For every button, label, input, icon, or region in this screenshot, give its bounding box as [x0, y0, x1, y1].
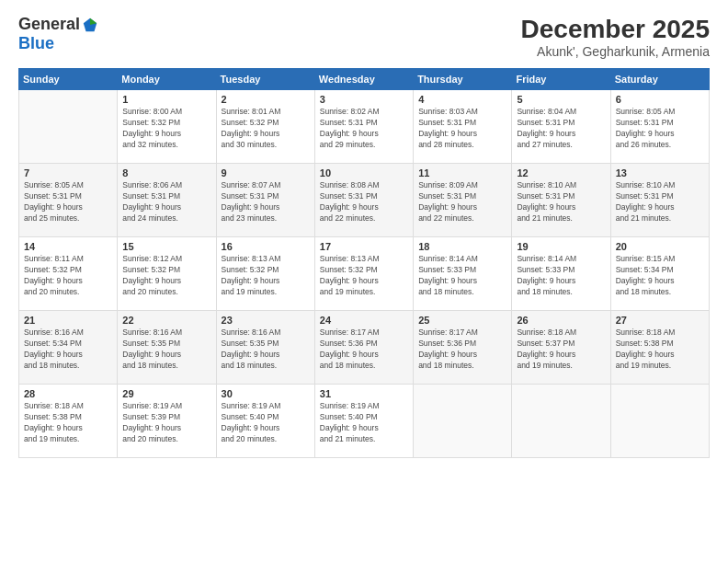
day-info-line: and 29 minutes. [320, 140, 408, 151]
day-info-line: Sunrise: 8:12 AM [122, 254, 210, 265]
day-info-line: Sunrise: 8:04 AM [517, 107, 605, 118]
day-info-line: and 19 minutes. [24, 434, 112, 445]
day-info-line: Sunrise: 8:05 AM [24, 180, 112, 191]
calendar-cell: 31Sunrise: 8:19 AMSunset: 5:40 PMDayligh… [314, 385, 413, 458]
day-number: 1 [122, 94, 210, 105]
day-info-line: Sunrise: 8:01 AM [222, 107, 310, 118]
calendar-week-row: 14Sunrise: 8:11 AMSunset: 5:32 PMDayligh… [19, 237, 710, 311]
calendar-week-row: 7Sunrise: 8:05 AMSunset: 5:31 PMDaylight… [19, 164, 710, 237]
day-info-line: and 19 minutes. [222, 287, 310, 298]
day-info: Sunrise: 8:07 AMSunset: 5:31 PMDaylight:… [222, 180, 310, 224]
day-number: 22 [122, 315, 210, 326]
day-info: Sunrise: 8:02 AMSunset: 5:31 PMDaylight:… [320, 107, 408, 151]
day-info-line: Sunset: 5:35 PM [122, 339, 210, 350]
day-info-line: and 21 minutes. [517, 213, 605, 224]
calendar-cell: 16Sunrise: 8:13 AMSunset: 5:32 PMDayligh… [216, 237, 314, 311]
day-number: 24 [320, 315, 408, 326]
day-info: Sunrise: 8:11 AMSunset: 5:32 PMDaylight:… [24, 254, 112, 298]
day-number: 3 [320, 94, 408, 105]
day-number: 8 [122, 167, 210, 178]
day-info-line: and 18 minutes. [320, 361, 408, 372]
day-info-line: Sunrise: 8:15 AM [616, 254, 704, 265]
day-info-line: Sunrise: 8:05 AM [616, 107, 704, 118]
day-info-line: Daylight: 9 hours [517, 202, 605, 213]
calendar-cell: 5Sunrise: 8:04 AMSunset: 5:31 PMDaylight… [512, 90, 610, 164]
day-info: Sunrise: 8:19 AMSunset: 5:39 PMDaylight:… [122, 401, 210, 445]
day-info: Sunrise: 8:18 AMSunset: 5:38 PMDaylight:… [24, 401, 112, 445]
day-info-line: Daylight: 9 hours [24, 423, 112, 434]
day-info-line: Sunrise: 8:19 AM [320, 401, 408, 412]
day-info-line: Sunset: 5:31 PM [222, 191, 310, 202]
day-info-line: Sunset: 5:40 PM [320, 412, 408, 423]
day-info: Sunrise: 8:03 AMSunset: 5:31 PMDaylight:… [418, 107, 506, 151]
day-info-line: Daylight: 9 hours [320, 202, 408, 213]
day-info-line: Daylight: 9 hours [616, 276, 704, 287]
weekday-header-thursday: Thursday [414, 69, 512, 90]
day-info: Sunrise: 8:13 AMSunset: 5:32 PMDaylight:… [320, 254, 408, 298]
day-number: 28 [24, 388, 112, 399]
calendar-cell: 15Sunrise: 8:12 AMSunset: 5:32 PMDayligh… [118, 237, 216, 311]
day-info-line: Sunrise: 8:10 AM [517, 180, 605, 191]
day-info-line: Sunset: 5:31 PM [517, 191, 605, 202]
calendar-cell: 8Sunrise: 8:06 AMSunset: 5:31 PMDaylight… [118, 164, 216, 237]
day-info-line: Sunset: 5:39 PM [122, 412, 210, 423]
day-info-line: and 18 minutes. [616, 287, 704, 298]
day-info-line: Sunset: 5:31 PM [122, 191, 210, 202]
day-info-line: Sunrise: 8:14 AM [418, 254, 506, 265]
calendar-cell [19, 90, 118, 164]
day-info-line: and 22 minutes. [418, 213, 506, 224]
day-number: 7 [24, 167, 112, 178]
day-info-line: Sunset: 5:31 PM [418, 118, 506, 129]
day-info: Sunrise: 8:10 AMSunset: 5:31 PMDaylight:… [616, 180, 704, 224]
day-number: 9 [222, 167, 310, 178]
calendar-week-row: 21Sunrise: 8:16 AMSunset: 5:34 PMDayligh… [19, 311, 710, 385]
day-info-line: Sunset: 5:31 PM [24, 191, 112, 202]
day-info-line: Sunset: 5:31 PM [616, 191, 704, 202]
day-info-line: Daylight: 9 hours [616, 202, 704, 213]
day-info-line: Sunrise: 8:13 AM [320, 254, 408, 265]
day-number: 16 [222, 241, 310, 252]
day-info-line: and 18 minutes. [418, 361, 506, 372]
day-number: 10 [320, 167, 408, 178]
day-info-line: and 26 minutes. [616, 140, 704, 151]
day-info: Sunrise: 8:00 AMSunset: 5:32 PMDaylight:… [122, 107, 210, 151]
day-info: Sunrise: 8:13 AMSunset: 5:32 PMDaylight:… [222, 254, 310, 298]
day-info-line: Daylight: 9 hours [122, 202, 210, 213]
day-info: Sunrise: 8:12 AMSunset: 5:32 PMDaylight:… [122, 254, 210, 298]
logo-text: General [18, 15, 98, 34]
day-info-line: Sunset: 5:40 PM [222, 412, 310, 423]
day-number: 19 [517, 241, 605, 252]
calendar-cell: 3Sunrise: 8:02 AMSunset: 5:31 PMDaylight… [314, 90, 413, 164]
weekday-header-row: SundayMondayTuesdayWednesdayThursdayFrid… [19, 69, 710, 90]
day-info: Sunrise: 8:14 AMSunset: 5:33 PMDaylight:… [517, 254, 605, 298]
day-info: Sunrise: 8:16 AMSunset: 5:35 PMDaylight:… [122, 327, 210, 372]
day-info-line: Sunset: 5:34 PM [24, 339, 112, 350]
day-info: Sunrise: 8:10 AMSunset: 5:31 PMDaylight:… [517, 180, 605, 224]
day-number: 23 [222, 315, 310, 326]
day-info: Sunrise: 8:15 AMSunset: 5:34 PMDaylight:… [616, 254, 704, 298]
day-info: Sunrise: 8:05 AMSunset: 5:31 PMDaylight:… [24, 180, 112, 224]
calendar-cell: 2Sunrise: 8:01 AMSunset: 5:32 PMDaylight… [216, 90, 314, 164]
weekday-header-sunday: Sunday [19, 69, 118, 90]
day-info-line: Daylight: 9 hours [517, 350, 605, 361]
calendar-cell: 12Sunrise: 8:10 AMSunset: 5:31 PMDayligh… [512, 164, 610, 237]
logo: General Blue [18, 15, 98, 53]
location-subtitle: Akunk', Gegharkunik, Armenia [521, 44, 710, 59]
calendar-cell: 7Sunrise: 8:05 AMSunset: 5:31 PMDaylight… [19, 164, 118, 237]
day-info-line: Daylight: 9 hours [24, 276, 112, 287]
day-info-line: Sunrise: 8:02 AM [320, 107, 408, 118]
day-info-line: Sunset: 5:31 PM [517, 118, 605, 129]
day-info-line: Sunrise: 8:08 AM [320, 180, 408, 191]
day-info: Sunrise: 8:17 AMSunset: 5:36 PMDaylight:… [418, 327, 506, 372]
day-info-line: and 20 minutes. [122, 434, 210, 445]
day-info-line: Sunrise: 8:00 AM [122, 107, 210, 118]
day-info-line: Daylight: 9 hours [222, 129, 310, 140]
logo-general: General [18, 15, 80, 34]
calendar-cell [610, 385, 709, 458]
calendar-cell: 29Sunrise: 8:19 AMSunset: 5:39 PMDayligh… [118, 385, 216, 458]
day-number: 31 [320, 388, 408, 399]
day-info-line: Daylight: 9 hours [222, 276, 310, 287]
day-info-line: Daylight: 9 hours [320, 276, 408, 287]
weekday-header-friday: Friday [512, 69, 610, 90]
calendar-week-row: 1Sunrise: 8:00 AMSunset: 5:32 PMDaylight… [19, 90, 710, 164]
